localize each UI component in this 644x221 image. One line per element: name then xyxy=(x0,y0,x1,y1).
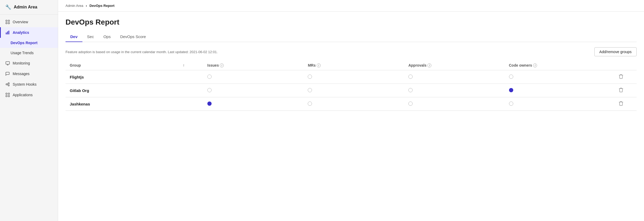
table-header-row: Group ↑ Issues i MRs i xyxy=(66,61,637,70)
circle-empty-indicator xyxy=(308,102,312,106)
group-name-label: Flightjs xyxy=(70,75,84,79)
cell-delete[interactable] xyxy=(605,70,637,84)
sidebar-item-system-hooks[interactable]: System Hooks xyxy=(0,79,58,90)
sidebar-item-analytics[interactable]: Analytics xyxy=(0,27,58,38)
circle-empty-indicator xyxy=(408,88,413,92)
sidebar-item-applications[interactable]: Applications xyxy=(0,90,58,100)
circle-empty-indicator xyxy=(207,88,212,92)
sidebar-header: 🔧 Admin Area xyxy=(0,0,58,15)
cell-issues xyxy=(203,70,304,84)
svg-rect-4 xyxy=(6,33,7,34)
delete-icon[interactable] xyxy=(619,89,623,93)
sidebar-item-applications-label: Applications xyxy=(13,93,33,97)
tab-ops[interactable]: Ops xyxy=(99,32,115,42)
adoption-text: Feature adoption is based on usage in th… xyxy=(66,50,218,54)
group-name-label: Jashkenas xyxy=(70,102,90,106)
main-content: Admin Area › DevOps Report DevOps Report… xyxy=(58,0,644,221)
sidebar-title: Admin Area xyxy=(14,5,37,10)
wrench-icon: 🔧 xyxy=(5,4,11,10)
sidebar-item-messages[interactable]: Messages xyxy=(0,68,58,79)
sidebar-item-overview[interactable]: Overview xyxy=(0,17,58,27)
col-header-sort[interactable]: ↑ xyxy=(179,61,203,70)
cell-delete[interactable] xyxy=(605,97,637,111)
cell-sort xyxy=(179,70,203,84)
svg-point-11 xyxy=(8,83,10,84)
sidebar-item-monitoring-label: Monitoring xyxy=(13,61,30,65)
cell-codeowners xyxy=(505,70,605,84)
sort-arrow-icon[interactable]: ↑ xyxy=(183,63,185,67)
monitoring-icon xyxy=(5,61,10,66)
applications-icon xyxy=(5,93,10,97)
breadcrumb-root[interactable]: Admin Area xyxy=(66,4,83,8)
sidebar-item-devops-report[interactable]: DevOps Report xyxy=(0,38,58,48)
messages-icon xyxy=(5,71,10,76)
cell-codeowners xyxy=(505,84,605,97)
mrs-info-icon[interactable]: i xyxy=(317,63,321,67)
svg-rect-6 xyxy=(8,31,9,34)
sidebar-nav: Overview Analytics DevOps Report Usage T… xyxy=(0,15,58,221)
cell-mrs xyxy=(304,70,404,84)
sidebar-item-devops-report-label: DevOps Report xyxy=(11,41,38,45)
svg-rect-2 xyxy=(6,22,7,24)
delete-icon[interactable] xyxy=(619,75,623,80)
cell-group-name: Gitlab Org xyxy=(66,84,179,97)
table-row: Jashkenas xyxy=(66,97,637,111)
sidebar-item-overview-label: Overview xyxy=(13,20,28,24)
cell-codeowners xyxy=(505,97,605,111)
table-row: Gitlab Org xyxy=(66,84,637,97)
table-row: Flightjs xyxy=(66,70,637,84)
group-name-label: Gitlab Org xyxy=(70,88,89,93)
sidebar-item-monitoring[interactable]: Monitoring xyxy=(0,58,58,68)
circle-empty-indicator xyxy=(509,102,513,106)
sidebar-item-system-hooks-label: System Hooks xyxy=(13,82,36,86)
cell-approvals xyxy=(404,84,505,97)
svg-point-10 xyxy=(6,84,7,85)
svg-rect-18 xyxy=(8,95,10,97)
tabs-container: Dev Sec Ops DevOps Score xyxy=(66,32,637,42)
circle-empty-indicator xyxy=(207,75,212,79)
tab-dev[interactable]: Dev xyxy=(66,32,82,42)
cell-group-name: Jashkenas xyxy=(66,97,179,111)
cell-mrs xyxy=(304,84,404,97)
col-header-codeowners: Code owners i xyxy=(505,61,605,70)
breadcrumb-current: DevOps Report xyxy=(90,4,115,8)
sidebar: 🔧 Admin Area Overview xyxy=(0,0,58,221)
cell-issues xyxy=(203,84,304,97)
sidebar-item-messages-label: Messages xyxy=(13,72,30,76)
cell-delete[interactable] xyxy=(605,84,637,97)
overview-icon xyxy=(5,20,10,24)
svg-rect-5 xyxy=(7,31,8,34)
system-hooks-icon xyxy=(5,82,10,87)
sidebar-item-usage-trends[interactable]: Usage Trends xyxy=(0,48,58,58)
approvals-info-icon[interactable]: i xyxy=(427,63,431,67)
circle-empty-indicator xyxy=(509,75,513,79)
svg-line-14 xyxy=(7,85,8,85)
svg-rect-17 xyxy=(6,95,7,97)
circle-filled-indicator xyxy=(207,102,212,106)
issues-info-icon[interactable]: i xyxy=(220,63,224,67)
adoption-bar: Feature adoption is based on usage in th… xyxy=(66,47,637,56)
analytics-icon xyxy=(5,30,10,35)
cell-issues xyxy=(203,97,304,111)
circle-empty-indicator xyxy=(308,88,312,92)
sidebar-item-analytics-label: Analytics xyxy=(13,30,29,35)
page-title: DevOps Report xyxy=(66,18,637,26)
codeowners-info-icon[interactable]: i xyxy=(533,63,537,67)
cell-approvals xyxy=(404,70,505,84)
circle-empty-indicator xyxy=(408,75,413,79)
delete-icon[interactable] xyxy=(619,102,623,107)
cell-group-name: Flightjs xyxy=(66,70,179,84)
col-header-approvals: Approvals i xyxy=(404,61,505,70)
col-header-delete xyxy=(605,61,637,70)
cell-mrs xyxy=(304,97,404,111)
tab-devops-score[interactable]: DevOps Score xyxy=(115,32,151,42)
svg-rect-0 xyxy=(6,20,7,21)
svg-rect-16 xyxy=(8,93,10,94)
cell-sort xyxy=(179,84,203,97)
page-content: DevOps Report Dev Sec Ops DevOps Score F… xyxy=(58,12,644,221)
cell-sort xyxy=(179,97,203,111)
tab-sec[interactable]: Sec xyxy=(82,32,99,42)
sidebar-item-usage-trends-label: Usage Trends xyxy=(11,51,34,55)
add-remove-groups-button[interactable]: Add/remove groups xyxy=(594,47,637,56)
col-header-mrs: MRs i xyxy=(304,61,404,70)
